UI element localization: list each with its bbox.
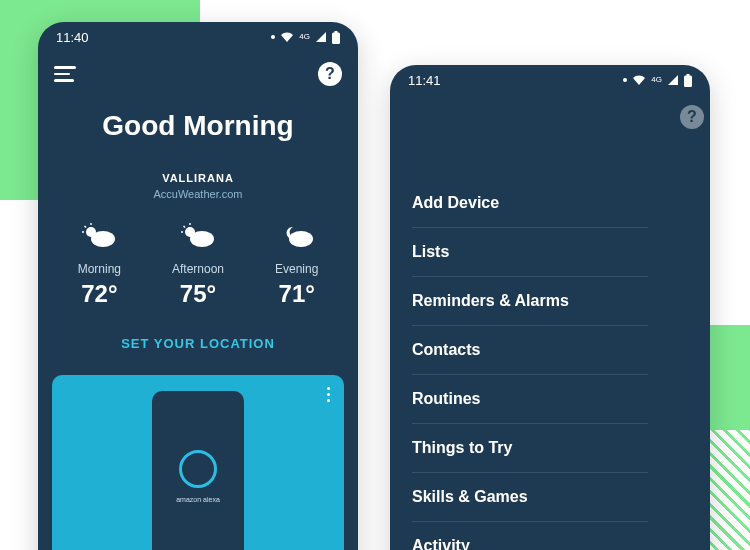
svg-line-10 bbox=[184, 226, 186, 228]
drawer-item-add-device[interactable]: Add Device bbox=[412, 179, 648, 228]
set-location-button[interactable]: SET YOUR LOCATION bbox=[38, 336, 358, 351]
promo-card[interactable]: amazon alexa bbox=[52, 375, 344, 550]
forecast-row: Morning 72° Afternoon 75° Evening 71° bbox=[38, 220, 358, 308]
navigation-drawer: Add Device Lists Reminders & Alarms Cont… bbox=[390, 95, 670, 550]
app-topbar: ? bbox=[38, 52, 358, 96]
battery-icon bbox=[684, 74, 692, 87]
drawer-item-reminders-alarms[interactable]: Reminders & Alarms bbox=[412, 277, 648, 326]
status-icons: 4G bbox=[623, 74, 692, 87]
drawer-item-lists[interactable]: Lists bbox=[412, 228, 648, 277]
drawer-item-contacts[interactable]: Contacts bbox=[412, 326, 648, 375]
forecast-evening: Evening 71° bbox=[247, 220, 346, 308]
greeting-title: Good Morning bbox=[38, 110, 358, 142]
svg-rect-0 bbox=[332, 32, 340, 44]
battery-icon bbox=[332, 31, 340, 44]
wifi-icon bbox=[280, 31, 294, 43]
status-bar: 11:40 4G bbox=[38, 22, 358, 52]
svg-point-11 bbox=[190, 231, 214, 247]
forecast-afternoon: Afternoon 75° bbox=[149, 220, 248, 308]
network-label: 4G bbox=[299, 33, 310, 41]
phone-drawer-screen: 11:41 4G ? Add Device Lists Reminders & … bbox=[390, 65, 710, 550]
promo-caption: amazon alexa bbox=[176, 496, 220, 503]
menu-button[interactable] bbox=[54, 66, 76, 82]
promo-phone-illustration: amazon alexa bbox=[152, 391, 244, 550]
svg-rect-13 bbox=[684, 75, 692, 87]
location-source: AccuWeather.com bbox=[38, 188, 358, 200]
status-icons: 4G bbox=[271, 31, 340, 44]
forecast-period-label: Afternoon bbox=[149, 262, 248, 276]
forecast-period-label: Evening bbox=[247, 262, 346, 276]
help-button[interactable]: ? bbox=[318, 62, 342, 86]
svg-line-5 bbox=[85, 226, 87, 228]
location-block: VALLIRANA AccuWeather.com bbox=[38, 172, 358, 200]
status-time: 11:41 bbox=[408, 73, 441, 88]
signal-icon bbox=[315, 31, 327, 43]
forecast-temp: 75° bbox=[149, 280, 248, 308]
status-bar: 11:41 4G bbox=[390, 65, 710, 95]
forecast-temp: 72° bbox=[50, 280, 149, 308]
drawer-item-routines[interactable]: Routines bbox=[412, 375, 648, 424]
svg-point-12 bbox=[289, 231, 313, 247]
network-label: 4G bbox=[651, 76, 662, 84]
wifi-icon bbox=[632, 74, 646, 86]
signal-icon bbox=[667, 74, 679, 86]
notification-dot-icon bbox=[271, 35, 275, 39]
phone-home-screen: 11:40 4G ? Good Morning VALLIRANA AccuWe… bbox=[38, 22, 358, 550]
alexa-ring-icon bbox=[179, 450, 217, 488]
partly-cloudy-icon bbox=[149, 220, 248, 252]
drawer-spacer bbox=[412, 119, 648, 179]
svg-rect-1 bbox=[335, 31, 338, 33]
svg-rect-14 bbox=[687, 74, 690, 76]
drawer-item-skills-games[interactable]: Skills & Games bbox=[412, 473, 648, 522]
drawer-item-things-to-try[interactable]: Things to Try bbox=[412, 424, 648, 473]
forecast-morning: Morning 72° bbox=[50, 220, 149, 308]
night-cloudy-icon bbox=[247, 220, 346, 252]
forecast-period-label: Morning bbox=[50, 262, 149, 276]
forecast-temp: 71° bbox=[247, 280, 346, 308]
drawer-item-activity[interactable]: Activity bbox=[412, 522, 648, 550]
partly-cloudy-icon bbox=[50, 220, 149, 252]
notification-dot-icon bbox=[623, 78, 627, 82]
location-city: VALLIRANA bbox=[38, 172, 358, 184]
help-button[interactable]: ? bbox=[680, 105, 704, 129]
status-time: 11:40 bbox=[56, 30, 89, 45]
card-overflow-button[interactable] bbox=[327, 387, 330, 402]
svg-point-6 bbox=[91, 231, 115, 247]
